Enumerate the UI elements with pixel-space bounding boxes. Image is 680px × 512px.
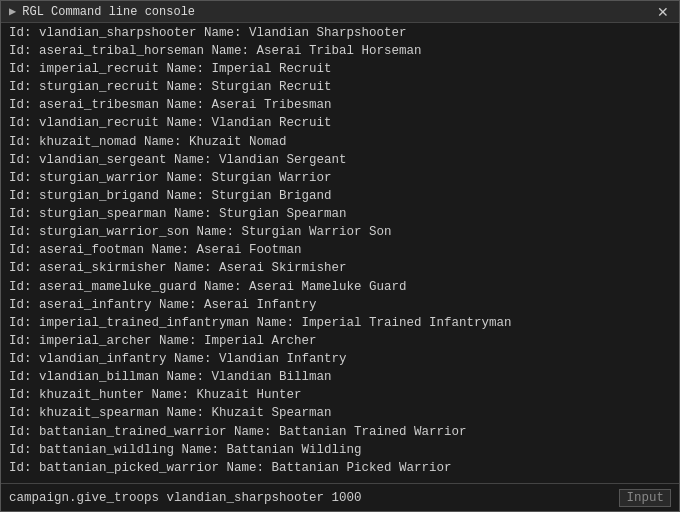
console-line: Id: sturgian_recruit Name: Sturgian Recr… <box>9 78 671 96</box>
console-line: Id: khuzait_nomad Name: Khuzait Nomad <box>9 133 671 151</box>
window-icon: ▶ <box>9 4 16 19</box>
console-line: Id: sturgian_spearman Name: Sturgian Spe… <box>9 205 671 223</box>
console-line: Id: sturgian_brigand Name: Sturgian Brig… <box>9 187 671 205</box>
console-line: Id: aserai_tribal_horseman Name: Aserai … <box>9 42 671 60</box>
window-title: RGL Command line console <box>22 5 195 19</box>
console-line: Id: battanian_wildling Name: Battanian W… <box>9 441 671 459</box>
console-line: Id: imperial_archer Name: Imperial Arche… <box>9 332 671 350</box>
console-line: Id: aserai_mameluke_guard Name: Aserai M… <box>9 278 671 296</box>
console-line: Id: imperial_recruit Name: Imperial Recr… <box>9 60 671 78</box>
console-line: Id: vlandian_sharpshooter Name: Vlandian… <box>9 24 671 42</box>
console-line: Id: vlandian_sergeant Name: Vlandian Ser… <box>9 151 671 169</box>
console-line: Id: battanian_picked_warrior Name: Batta… <box>9 459 671 477</box>
console-line: Id: aserai_tribesman Name: Aserai Tribes… <box>9 96 671 114</box>
console-line: Id: khuzait_spearman Name: Khuzait Spear… <box>9 404 671 422</box>
console-line: Id: sturgian_warrior_son Name: Sturgian … <box>9 223 671 241</box>
command-input[interactable] <box>9 491 611 505</box>
console-line: Id: sturgian_warrior Name: Sturgian Warr… <box>9 169 671 187</box>
console-window: ▶ RGL Command line console ✕ Write "camp… <box>0 0 680 512</box>
console-line: Id: vlandian_billman Name: Vlandian Bill… <box>9 368 671 386</box>
console-output[interactable]: Write "campaign.give_troops help" for he… <box>1 23 679 483</box>
title-bar-left: ▶ RGL Command line console <box>9 4 195 19</box>
console-line: Id: khuzait_hunter Name: Khuzait Hunter <box>9 386 671 404</box>
console-line: Id: vlandian_infantry Name: Vlandian Inf… <box>9 350 671 368</box>
console-line: Id: aserai_skirmisher Name: Aserai Skirm… <box>9 259 671 277</box>
console-line: Id: imperial_trained_infantryman Name: I… <box>9 314 671 332</box>
input-label: Input <box>619 489 671 507</box>
console-area: Write "campaign.give_troops help" for he… <box>1 23 679 511</box>
console-line: Id: aserai_infantry Name: Aserai Infantr… <box>9 296 671 314</box>
input-bar: Input <box>1 483 679 511</box>
close-button[interactable]: ✕ <box>655 5 671 19</box>
console-line: Id: battanian_trained_warrior Name: Batt… <box>9 423 671 441</box>
title-bar: ▶ RGL Command line console ✕ <box>1 1 679 23</box>
console-line: Id: aserai_footman Name: Aserai Footman <box>9 241 671 259</box>
console-line: Id: vlandian_recruit Name: Vlandian Recr… <box>9 114 671 132</box>
